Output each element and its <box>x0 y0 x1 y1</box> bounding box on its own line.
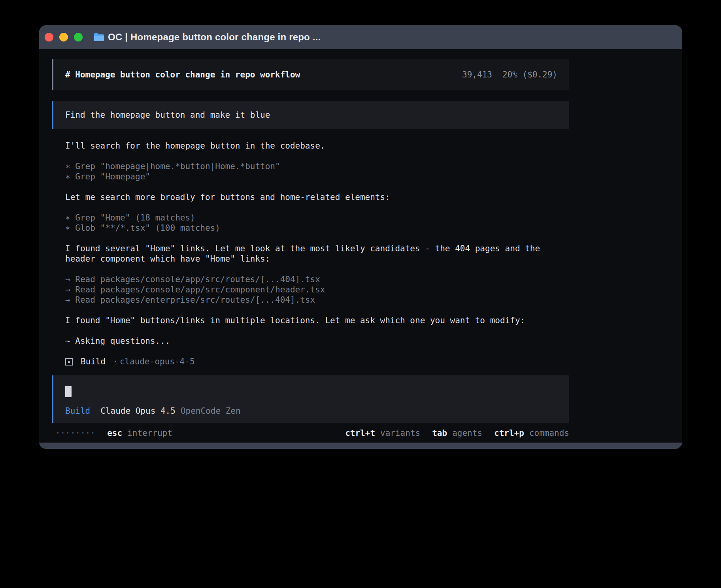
transcript-line: Let me search more broadly for buttons a… <box>65 192 569 202</box>
transcript-line: I found several "Home" links. Let me loo… <box>65 243 569 254</box>
ctrl-t-key: ctrl+t <box>345 428 375 438</box>
user-message: Find the homepage button and make it blu… <box>52 101 569 129</box>
agents-label: agents <box>452 428 482 438</box>
assistant-text: I found several "Home" links. Let me loo… <box>65 243 569 264</box>
transcript-line: ∗ Grep "Homepage" <box>65 172 569 182</box>
input-meta-row: Build Claude Opus 4.5 OpenCode Zen <box>65 406 557 416</box>
tab-key: tab <box>432 428 447 438</box>
model-name: claude-opus-4-5 <box>120 356 195 367</box>
transcript-line: header component which have "Home" links… <box>65 254 569 264</box>
window-titlebar: OC | Homepage button color change in rep… <box>39 25 682 49</box>
tool-call-group: ∗ Grep "homepage|home.*button|Home.*butt… <box>65 161 569 182</box>
session-header: # Homepage button color change in repo w… <box>52 59 569 90</box>
close-button[interactable] <box>45 33 53 41</box>
zoom-button[interactable] <box>74 33 83 41</box>
esc-label: interrupt <box>127 428 172 438</box>
transcript-line: ∗ Grep "Home" (18 matches) <box>65 213 569 223</box>
transcript-line: ∗ Glob "**/*.tsx" (100 matches) <box>65 223 569 233</box>
transcript-line: → Read packages/console/app/src/componen… <box>65 285 569 295</box>
transcript-line: ∗ Grep "homepage|home.*button|Home.*butt… <box>65 161 569 172</box>
terminal-window: OC | Homepage button color change in rep… <box>39 25 682 449</box>
input-model-label: Claude Opus 4.5 <box>100 406 176 416</box>
tool-call-group: → Read packages/console/app/src/routes/[… <box>65 274 569 305</box>
agent-status-icon <box>65 358 73 366</box>
session-title: # Homepage button color change in repo w… <box>65 70 300 79</box>
esc-key: esc <box>107 428 122 438</box>
assistant-text: I found "Home" buttons/links in multiple… <box>65 315 569 326</box>
input-provider-label: OpenCode Zen <box>181 406 241 416</box>
text-cursor <box>65 386 72 397</box>
ctrl-p-key: ctrl+p <box>494 428 524 438</box>
agent-status-row: Build · claude-opus-4-5 <box>52 356 569 367</box>
transcript: I'll search for the homepage button in t… <box>52 141 569 346</box>
commands-label: commands <box>529 428 569 438</box>
terminal-content: # Homepage button color change in repo w… <box>39 49 682 443</box>
transcript-line: → Read packages/console/app/src/routes/[… <box>65 274 569 285</box>
shortcut-group: ctrl+t variants tab agents ctrl+p comman… <box>345 428 569 438</box>
transcript-line: → Read packages/enterprise/src/routes/[.… <box>65 295 569 305</box>
shortcut-variants[interactable]: ctrl+t variants <box>345 428 420 438</box>
folder-icon <box>94 33 104 41</box>
variants-label: variants <box>380 428 420 438</box>
user-message-text: Find the homepage button and make it blu… <box>65 110 270 120</box>
shortcut-commands[interactable]: ctrl+p commands <box>494 428 569 438</box>
transcript-line: I found "Home" buttons/links in multiple… <box>65 315 569 326</box>
agent-name: Build <box>81 356 106 367</box>
session-metrics: 39,413 20% ($0.29) <box>462 70 557 79</box>
spinner-dots: ········ <box>55 428 95 438</box>
window-title: OC | Homepage button color change in rep… <box>108 32 321 43</box>
context-usage: 20% ($0.29) <box>502 70 557 79</box>
status-bar: ········ esc interrupt ctrl+t variants t… <box>52 428 569 438</box>
prompt-input[interactable]: Build Claude Opus 4.5 OpenCode Zen <box>52 375 569 423</box>
tool-call-group: ∗ Grep "Home" (18 matches)∗ Glob "**/*.t… <box>65 213 569 233</box>
assistant-text: I'll search for the homepage button in t… <box>65 141 569 151</box>
assistant-text: Let me search more broadly for buttons a… <box>65 192 569 202</box>
transcript-line: ~ Asking questions... <box>65 336 569 346</box>
transcript-line: I'll search for the homepage button in t… <box>65 141 569 151</box>
separator-dot: · <box>113 356 118 367</box>
input-agent-label[interactable]: Build <box>65 406 90 416</box>
shortcut-agents[interactable]: tab agents <box>432 428 482 438</box>
shortcut-interrupt[interactable]: esc interrupt <box>107 428 172 438</box>
token-count: 39,413 <box>462 70 492 79</box>
minimize-button[interactable] <box>59 33 68 41</box>
assistant-text: ~ Asking questions... <box>65 336 569 346</box>
